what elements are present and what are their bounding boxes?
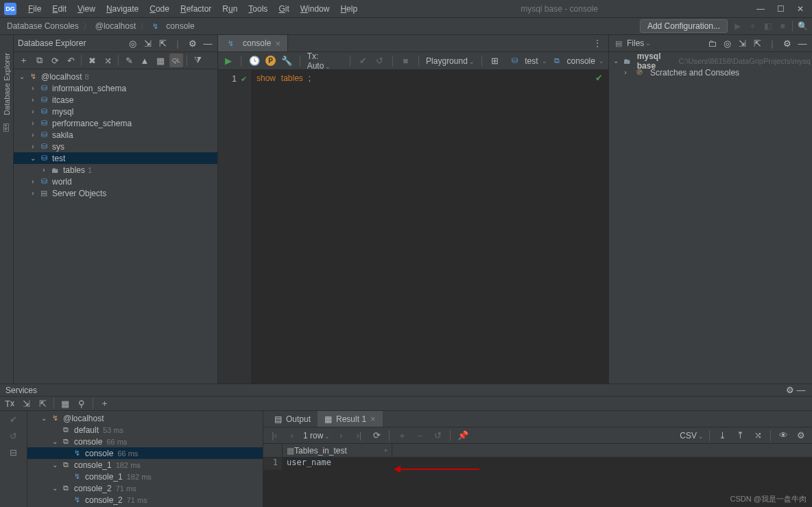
settings-icon[interactable]: ⚙ <box>794 429 808 443</box>
tx-icon[interactable]: Tx <box>3 397 16 410</box>
table-row[interactable]: 1 user_name <box>263 458 812 470</box>
row-count[interactable]: 1 row⌄ <box>303 431 330 440</box>
add-configuration-button[interactable]: Add Configuration... <box>640 19 728 33</box>
debug-icon[interactable]: ⌖ <box>747 21 758 32</box>
code-area[interactable]: show tables ; <box>251 70 608 384</box>
menu-file[interactable]: File <box>23 3 46 15</box>
rollback-icon[interactable]: ↺ <box>8 430 19 441</box>
menu-git[interactable]: Git <box>274 3 294 15</box>
tree-root[interactable]: ⌄↯ @localhost 8 <box>14 71 217 82</box>
tree-schema-test[interactable]: ·⌄⛁test <box>14 152 217 164</box>
first-row-icon[interactable]: |‹ <box>267 429 281 443</box>
check-icon[interactable]: ✔ <box>8 414 19 425</box>
stop-icon[interactable]: ■ <box>400 55 411 67</box>
tree-schema[interactable]: ·›⛁itcase <box>14 94 217 106</box>
menu-help[interactable]: Help <box>335 3 362 15</box>
layout-icon[interactable]: ⊞ <box>489 55 501 67</box>
commit-icon[interactable]: ✔ <box>357 55 369 67</box>
run-icon[interactable]: ▶ <box>732 21 743 32</box>
svc-console1-leaf[interactable]: ····↯console_1182 ms <box>27 471 263 482</box>
menu-edit[interactable]: Edit <box>47 3 71 15</box>
svc-console2-leaf[interactable]: ····↯console_271 ms <box>27 494 263 506</box>
group-icon[interactable]: ▦ <box>58 397 72 410</box>
disconnect-icon[interactable]: ⤨ <box>101 54 115 67</box>
refresh-icon[interactable]: ⟳ <box>48 54 62 67</box>
new-icon[interactable]: ＋ <box>16 54 30 67</box>
svc-default[interactable]: ···⧉default53 ms <box>27 424 263 436</box>
revert-icon[interactable]: ↶ <box>64 54 77 67</box>
run-line-icon[interactable]: ✔ <box>241 75 247 84</box>
aim-icon[interactable]: ◎ <box>127 38 138 49</box>
collapse-icon[interactable]: ⇱ <box>157 38 168 49</box>
tab-menu-icon[interactable]: ⋮ <box>586 35 608 51</box>
column-header[interactable]: ▦ Tables_in_test÷ <box>283 444 392 457</box>
add-row-icon[interactable]: ＋ <box>395 429 409 443</box>
tree-schema[interactable]: ·›⛁mysql <box>14 106 217 117</box>
result-tab[interactable]: ▦Result 1× <box>318 411 383 427</box>
menu-code[interactable]: Code <box>145 3 174 15</box>
filter-icon[interactable]: ⧩ <box>191 54 204 67</box>
last-row-icon[interactable]: ›| <box>352 429 366 443</box>
gear-icon[interactable]: ⚙ <box>782 38 793 49</box>
compare-icon[interactable]: ⤭ <box>751 429 765 443</box>
wrench-icon[interactable]: 🔧 <box>280 55 292 67</box>
svc-root[interactable]: ·⌄↯@localhost <box>27 412 263 424</box>
expand-icon[interactable]: ⇲ <box>142 38 153 49</box>
stop-icon[interactable]: ✖ <box>85 54 99 67</box>
pin-icon[interactable]: ⚲ <box>75 397 88 410</box>
chevron-down-icon[interactable]: ⌄ <box>645 40 651 47</box>
svc-console2[interactable]: ··⌄⧉console_271 ms <box>27 482 263 494</box>
aim-icon[interactable]: ◎ <box>721 38 732 49</box>
menu-refactor[interactable]: Refactor <box>176 3 216 15</box>
close-tab-icon[interactable]: × <box>275 38 280 49</box>
sort-icon[interactable]: ÷ <box>384 447 387 454</box>
tree-tables[interactable]: ··›🖿tables1 <box>14 164 217 176</box>
query-icon[interactable]: QL <box>169 54 183 67</box>
view-icon[interactable]: 👁 <box>776 429 790 443</box>
hide-icon[interactable]: — <box>796 385 807 396</box>
menu-tools[interactable]: Tools <box>243 3 272 15</box>
collapse-icon[interactable]: ⇱ <box>752 38 763 49</box>
scratches-node[interactable]: ›℗ Scratches and Consoles <box>610 67 811 78</box>
pin-icon[interactable]: 📌 <box>456 429 470 443</box>
tree-schema[interactable]: ·›⛁world <box>14 176 217 187</box>
prev-row-icon[interactable]: ‹ <box>285 429 299 443</box>
expand-icon[interactable]: ⇲ <box>737 38 748 49</box>
explain-icon[interactable]: P <box>265 55 276 67</box>
tree-server-objects[interactable]: ·›▤Server Objects <box>14 187 217 199</box>
csv-export[interactable]: CSV⌄ <box>680 431 704 440</box>
stop-icon[interactable]: ■ <box>777 21 788 32</box>
gear-icon[interactable]: ⚙ <box>785 385 796 396</box>
hide-icon[interactable]: — <box>202 38 213 49</box>
duplicate-icon[interactable]: ⧉ <box>32 54 46 67</box>
table-cell[interactable]: user_name <box>283 458 392 470</box>
editor-tab-console[interactable]: ↯ console × <box>218 35 288 51</box>
close-tab-icon[interactable]: × <box>370 414 376 424</box>
layout-icon[interactable]: ⊟ <box>8 447 19 458</box>
close-icon[interactable]: ✕ <box>797 4 804 14</box>
expand-icon[interactable]: ⇲ <box>19 397 33 410</box>
reload-icon[interactable]: ⟳ <box>370 429 383 443</box>
menu-window[interactable]: Window <box>296 3 335 15</box>
menu-view[interactable]: View <box>73 3 100 15</box>
coverage-icon[interactable]: ◧ <box>762 21 773 32</box>
tree-schema[interactable]: ·›⛁sakila <box>14 129 217 141</box>
maximize-icon[interactable]: ☐ <box>777 4 785 14</box>
next-row-icon[interactable]: › <box>334 429 348 443</box>
grid-icon[interactable]: ▦ <box>154 54 167 67</box>
crumb-console[interactable]: console <box>163 21 197 31</box>
gear-icon[interactable]: ⚙ <box>187 38 198 49</box>
upload-icon[interactable]: ⤒ <box>733 429 747 443</box>
tree-schema[interactable]: ·›⛁sys <box>14 141 217 152</box>
search-icon[interactable]: 🔍 <box>797 21 808 32</box>
minimize-icon[interactable]: — <box>756 4 765 14</box>
add-icon[interactable]: ＋ <box>97 397 111 410</box>
project-node[interactable]: ⌄🖿 mysql base C:\Users\86158\DataGripPro… <box>610 55 811 67</box>
crumb-databases[interactable]: Database Consoles <box>4 21 82 31</box>
revert-icon[interactable]: ↺ <box>431 429 444 443</box>
sidebar-toggle-label[interactable]: Database Explorer <box>3 49 11 119</box>
history-icon[interactable]: 🕓 <box>248 55 260 67</box>
menu-navigate[interactable]: Navigate <box>102 3 143 15</box>
svc-console[interactable]: ··⌄⧉console66 ms <box>27 436 263 447</box>
tree-schema[interactable]: ·›⛁information_schema <box>14 82 217 94</box>
